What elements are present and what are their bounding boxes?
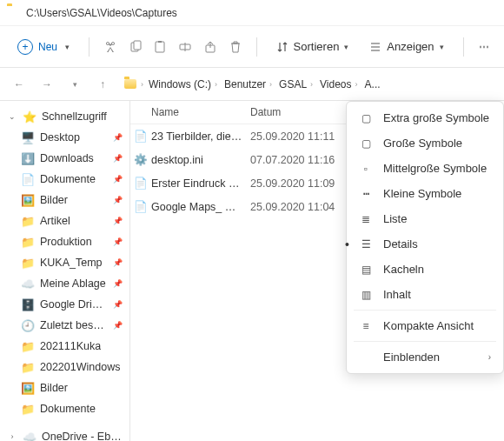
more-button[interactable]: ⋯ [474,31,495,63]
pin-icon: 📌 [113,196,126,204]
forward-button[interactable]: → [36,74,57,95]
file-list: Name Datum 📄 23 Tierbilder, die an... 25… [130,101,504,441]
pin-icon: 📌 [113,258,126,267]
sidebar-item[interactable]: 📁 202111Kuka [0,336,129,357]
title-bar: C:\Users\GSAL\Videos\Captures [0,0,504,26]
new-button[interactable]: + Neu ▾ [9,34,78,60]
chevron-down-icon[interactable]: ▾ [64,74,85,95]
folder-icon: 📁 [21,360,35,374]
sidebar-item[interactable]: 📁 Produktion 📌 [0,231,129,252]
sidebar-item-label: Meine Ablage [40,277,106,290]
pin-icon: 📌 [113,300,126,309]
documents-icon: 📄 [21,172,35,186]
sidebar-onedrive[interactable]: › ☁️ OneDrive - Ebner [0,426,129,441]
sidebar-item[interactable]: 📄 Dokumente 📌 [0,169,129,190]
ctx-show[interactable]: Einblenden› [347,344,503,370]
sort-label: Sortieren [294,40,340,53]
ctx-details[interactable]: •☰Details [347,231,503,257]
back-button[interactable]: ← [9,74,30,95]
folder-icon [123,77,137,91]
list-icon: ≣ [359,213,373,225]
sidebar-item[interactable]: 📁 202201Windows [0,357,129,378]
plus-icon: + [17,39,33,55]
rename-icon[interactable] [175,31,196,63]
sidebar-item-label: Dokumente [40,173,96,185]
pin-icon: 📌 [113,237,126,246]
file-name: 23 Tierbilder, die an... [151,130,243,143]
pin-icon: 📌 [113,217,126,225]
sidebar-item[interactable]: 🗄️ Google Drive ( 📌 [0,294,129,315]
sidebar-item-label: Desktop [40,131,80,144]
pictures-icon: 🖼️ [21,193,35,207]
up-button[interactable]: ↑ [92,74,113,95]
share-icon[interactable] [200,31,222,63]
sidebar-item[interactable]: 📁 KUKA_Temp 📌 [0,252,129,273]
cloud-icon: ☁️ [23,430,36,441]
sidebar-quick-access[interactable]: ⌄ ⭐ Schnellzugriff [0,106,129,127]
sort-button[interactable]: Sortieren ▾ [268,35,358,58]
sidebar-item[interactable]: 📁 Dokumente [0,398,129,419]
folder-icon: 📁 [21,214,35,228]
file-icon: 📄 [130,177,151,190]
sidebar-item[interactable]: 🖼️ Bilder [0,378,129,398]
ctx-large[interactable]: ▢Große Symbole [347,130,503,156]
sidebar-item[interactable]: 🖼️ Bilder 📌 [0,190,129,210]
view-label: Anzeigen [387,40,434,53]
file-icon: ⚙️ [130,153,151,166]
breadcrumb[interactable]: Windows (C:)› [147,75,219,94]
downloads-icon: ⬇️ [21,151,35,165]
ctx-tiles[interactable]: ▤Kacheln [347,257,503,282]
pictures-icon: 🖼️ [21,381,35,395]
file-name: Google Maps_ Die ... [151,201,243,213]
folder-icon: 📁 [21,256,35,270]
sidebar-item-label: Dokumente [40,403,96,415]
sidebar-item-label: Downloads [40,152,94,164]
copy-icon[interactable] [124,31,146,63]
ctx-compact[interactable]: ≡Kompakte Ansicht [347,313,503,338]
recent-icon: 🕘 [21,318,35,332]
sort-icon [276,41,288,53]
nav-bar: ← → ▾ ↑ › Windows (C:)› Benutzer› GSAL› … [0,68,504,101]
chevron-down-icon: ▾ [440,43,444,51]
sidebar-item-label: 202201Windows [40,361,120,373]
sidebar-item[interactable]: 📁 Artikel 📌 [0,210,129,231]
drive-icon: 🗄️ [21,297,35,311]
tiles-icon: ▤ [359,264,373,276]
pin-icon: 📌 [113,175,126,184]
svg-rect-3 [158,41,162,43]
ctx-small[interactable]: ┅Kleine Symbole [347,181,503,206]
sidebar-item-label: Bilder [40,194,68,206]
pin-icon: 📌 [113,133,126,142]
chevron-right-icon[interactable]: › [7,432,17,441]
sidebar-item[interactable]: 🕘 Zuletzt besuch 📌 [0,315,129,336]
grid-icon: ▢ [359,137,373,150]
sidebar-item[interactable]: ☁️ Meine Ablage 📌 [0,273,129,294]
sidebar-item[interactable]: ⬇️ Downloads 📌 [0,148,129,169]
ctx-medium[interactable]: ▫Mittelgroße Symbole [347,156,503,181]
chevron-down-icon[interactable]: ⌄ [7,112,17,121]
sidebar-item-label: KUKA_Temp [40,257,103,269]
breadcrumb[interactable]: GSAL› [277,75,315,94]
separator [256,37,257,57]
sidebar-item-label: Produktion [40,236,92,248]
file-name: desktop.ini [151,154,243,166]
address-bar[interactable]: › Windows (C:)› Benutzer› GSAL› Videos› … [120,72,495,97]
breadcrumb[interactable]: Benutzer› [222,75,274,94]
paste-icon[interactable] [149,31,171,63]
view-button[interactable]: Anzeigen ▾ [361,35,452,58]
delete-icon[interactable] [224,31,246,63]
breadcrumb[interactable]: A... [363,75,382,94]
ctx-content[interactable]: ▥Inhalt [347,282,503,307]
col-name[interactable]: Name [130,106,243,118]
cut-icon[interactable] [100,31,122,63]
ctx-extra-large[interactable]: ▢Extra große Symbole [347,105,503,130]
breadcrumb[interactable]: Videos› [318,75,359,94]
grid-icon: ┅ [359,188,373,200]
sidebar-item-label: Google Drive ( [40,298,108,311]
chevron-down-icon: ▾ [65,43,70,51]
ctx-list[interactable]: ≣Liste [347,206,503,231]
sidebar-item[interactable]: 🖥️ Desktop 📌 [0,127,129,148]
star-icon: ⭐ [23,110,36,124]
sidebar-item-label: Zuletzt besuch [40,319,108,331]
grid-icon: ▫ [359,163,373,175]
